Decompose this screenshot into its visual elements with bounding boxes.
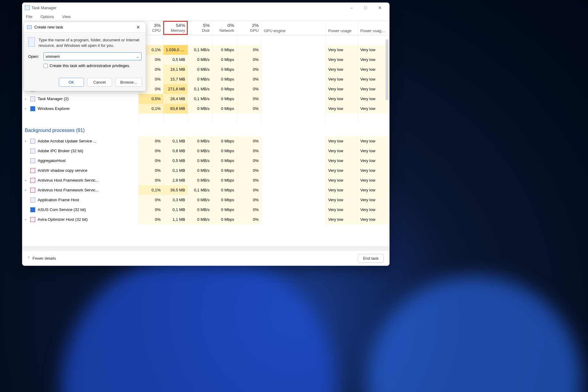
table-row[interactable]: AggregatorHost 0% 0,5 MB 0 MB/s 0 Mbps 0… bbox=[22, 156, 389, 166]
section-header[interactable]: Background processes (91) bbox=[22, 123, 389, 136]
fewer-details-toggle[interactable]: ˄ Fewer details bbox=[28, 256, 56, 261]
cell-cpu: 0% bbox=[139, 215, 163, 224]
process-name: ASUS Com Service (32 bit) bbox=[38, 207, 86, 212]
cell-gpu-engine bbox=[261, 185, 326, 195]
cell-memory: 1.038,0 MB bbox=[163, 45, 188, 55]
vertical-scrollbar[interactable] bbox=[386, 39, 389, 100]
cell-power: Very low bbox=[326, 205, 358, 215]
col-memory[interactable]: 54%Memory bbox=[163, 21, 188, 35]
cell-gpu: 0% bbox=[237, 146, 261, 156]
cell-disk: 0 MB/s bbox=[188, 175, 212, 185]
cell-disk: 0 MB/s bbox=[188, 195, 212, 205]
cell-power-trend: Very low bbox=[358, 55, 389, 65]
cell-power-trend: Very low bbox=[358, 45, 389, 55]
dialog-close-button[interactable]: ✕ bbox=[134, 24, 143, 30]
cell-gpu-engine bbox=[261, 166, 326, 175]
cell-memory: 39,5 MB bbox=[163, 185, 188, 195]
col-network[interactable]: 0%Network bbox=[212, 21, 237, 35]
process-icon bbox=[30, 96, 35, 101]
table-row[interactable]: ›Task Manager (2) 0,5% 28,4 MB 0,1 MB/s … bbox=[22, 94, 389, 104]
app-icon bbox=[25, 5, 30, 10]
col-power[interactable]: Power usage bbox=[326, 21, 358, 35]
process-name: Application Frame Host bbox=[38, 198, 79, 202]
chevron-down-icon[interactable]: ⌄ bbox=[136, 54, 139, 59]
cell-disk: 0,1 MB/s bbox=[188, 185, 212, 195]
cell-power-trend: Very low bbox=[358, 136, 389, 146]
open-label: Open: bbox=[28, 54, 40, 59]
process-icon bbox=[30, 207, 35, 212]
col-power-trend[interactable]: Power usage tr... bbox=[358, 21, 389, 35]
ok-button[interactable]: OK bbox=[59, 78, 84, 87]
table-row[interactable]: ›Windows Explorer 0,1% 83,6 MB 0 MB/s 0 … bbox=[22, 104, 389, 114]
process-name: Task Manager (2) bbox=[38, 96, 69, 101]
table-row[interactable]: ASUS Com Service (32 bit) 0% 0,1 MB 0 MB… bbox=[22, 205, 389, 215]
table-row[interactable]: ›Adobe Acrobat Update Service ... 0% 0,1… bbox=[22, 136, 389, 146]
cell-memory: 83,6 MB bbox=[163, 104, 188, 114]
cell-power: Very low bbox=[326, 55, 358, 65]
col-gpu[interactable]: 2%GPU bbox=[237, 21, 261, 35]
minimize-button[interactable]: – bbox=[345, 3, 359, 13]
cell-gpu-engine bbox=[261, 195, 326, 205]
cell-gpu: 0% bbox=[237, 65, 261, 74]
process-name: Avira Optimizer Host (32 bit) bbox=[38, 217, 88, 222]
table-row[interactable]: Application Frame Host 0% 3,3 MB 0 MB/s … bbox=[22, 195, 389, 205]
titlebar[interactable]: Task Manager – □ ✕ bbox=[22, 3, 389, 13]
cell-power-trend: Very low bbox=[358, 156, 389, 166]
cell-disk: 0 MB/s bbox=[188, 136, 212, 146]
menu-view[interactable]: View bbox=[60, 14, 73, 20]
chevron-right-icon[interactable]: › bbox=[25, 217, 28, 222]
cell-memory: 271,8 MB bbox=[163, 84, 188, 94]
browse-button[interactable]: Browse... bbox=[115, 78, 142, 87]
menu-file[interactable]: File bbox=[24, 14, 34, 20]
table-row[interactable]: Adobe IPC Broker (32 bit) 0% 0,6 MB 0 MB… bbox=[22, 146, 389, 156]
cell-network: 0 Mbps bbox=[212, 166, 237, 175]
chevron-right-icon[interactable]: › bbox=[25, 178, 28, 183]
cell-network: 0 Mbps bbox=[212, 104, 237, 114]
cell-network: 0 Mbps bbox=[212, 84, 237, 94]
cell-power: Very low bbox=[326, 175, 358, 185]
chevron-right-icon[interactable]: › bbox=[25, 106, 28, 111]
table-row[interactable]: ›Antivirus Host Framework Servic... 0,1%… bbox=[22, 185, 389, 195]
cell-network: 0 Mbps bbox=[212, 185, 237, 195]
cell-network: 0 Mbps bbox=[212, 156, 237, 166]
run-dialog-icon bbox=[27, 25, 32, 29]
cell-gpu: 0% bbox=[237, 156, 261, 166]
cell-gpu-engine bbox=[261, 205, 326, 215]
cell-gpu: 0% bbox=[237, 74, 261, 84]
maximize-button[interactable]: □ bbox=[359, 3, 373, 13]
window-title: Task Manager bbox=[32, 6, 57, 10]
cell-disk: 0 MB/s bbox=[188, 55, 212, 65]
cell-memory: 0,5 MB bbox=[163, 156, 188, 166]
cell-gpu: 0% bbox=[237, 104, 261, 114]
cell-disk: 0 MB/s bbox=[188, 156, 212, 166]
admin-checkbox[interactable] bbox=[43, 64, 48, 68]
horizontal-scrollbar[interactable] bbox=[22, 247, 389, 251]
process-icon bbox=[30, 139, 35, 144]
cancel-button[interactable]: Cancel bbox=[87, 78, 112, 87]
col-disk[interactable]: 5%Disk bbox=[188, 21, 212, 35]
process-icon bbox=[30, 106, 35, 111]
cell-power: Very low bbox=[326, 74, 358, 84]
open-input[interactable] bbox=[46, 54, 136, 59]
table-row[interactable]: AntiVir shadow copy service 0% 0,1 MB 0 … bbox=[22, 166, 389, 175]
col-gpu-engine[interactable]: GPU engine bbox=[261, 21, 326, 35]
process-name: AntiVir shadow copy service bbox=[38, 168, 87, 173]
cell-cpu: 0% bbox=[139, 146, 163, 156]
cell-cpu: 0,1% bbox=[139, 104, 163, 114]
open-combobox[interactable]: ⌄ bbox=[43, 52, 141, 60]
menubar: File Options View bbox=[22, 13, 389, 21]
table-row[interactable]: ›Avira Optimizer Host (32 bit) 0% 1,1 MB… bbox=[22, 215, 389, 224]
cell-gpu-engine bbox=[261, 94, 326, 104]
close-button[interactable]: ✕ bbox=[373, 3, 387, 13]
create-task-dialog: Create new task ✕ Type the name of a pro… bbox=[24, 22, 146, 91]
menu-options[interactable]: Options bbox=[39, 14, 56, 20]
cell-gpu: 0% bbox=[237, 215, 261, 224]
cell-disk: 0,1 MB/s bbox=[188, 84, 212, 94]
chevron-right-icon[interactable]: › bbox=[25, 139, 28, 143]
end-task-button[interactable]: End task bbox=[358, 254, 384, 263]
chevron-right-icon[interactable]: › bbox=[25, 188, 28, 192]
process-icon bbox=[30, 149, 35, 153]
table-row[interactable]: ›Antivirus Host Framework Servic... 0% 2… bbox=[22, 175, 389, 185]
cell-cpu: 0% bbox=[139, 175, 163, 185]
chevron-right-icon[interactable]: › bbox=[25, 96, 28, 101]
